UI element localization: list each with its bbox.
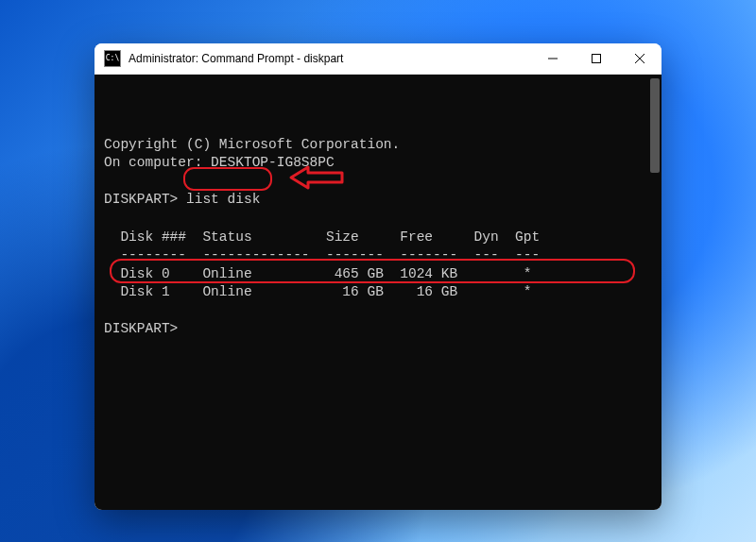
scrollbar[interactable] xyxy=(650,78,660,506)
terminal-output: Copyright (C) Microsoft Corporation. On … xyxy=(104,117,662,449)
blank-line xyxy=(104,174,112,189)
terminal-area[interactable]: Copyright (C) Microsoft Corporation. On … xyxy=(94,75,662,510)
copyright-line: Copyright (C) Microsoft Corporation. xyxy=(104,137,400,152)
titlebar[interactable]: C:\ Administrator: Command Prompt - disk… xyxy=(94,43,662,75)
annotation-command-circle xyxy=(183,167,272,191)
table-row: Disk 0 Online 465 GB 1024 KB * xyxy=(104,266,531,281)
scrollbar-thumb[interactable] xyxy=(650,78,660,173)
window-controls xyxy=(531,43,662,74)
entered-command: list disk xyxy=(186,192,260,207)
table-row: Disk 1 Online 16 GB 16 GB * xyxy=(104,284,531,299)
blank-line xyxy=(104,303,112,318)
minimize-button[interactable] xyxy=(531,43,575,74)
blank-line xyxy=(104,211,112,226)
table-header: Disk ### Status Size Free Dyn Gpt xyxy=(104,229,540,245)
command-prompt-window: C:\ Administrator: Command Prompt - disk… xyxy=(94,43,662,510)
computer-line: On computer: DESKTOP-IG8S8PC xyxy=(104,155,335,170)
close-button[interactable] xyxy=(618,43,662,74)
window-title: Administrator: Command Prompt - diskpart xyxy=(129,52,531,65)
prompt-line-1: DISKPART> list disk xyxy=(104,192,260,207)
prompt-prefix: DISKPART> xyxy=(104,192,186,207)
cmd-icon: C:\ xyxy=(104,50,121,67)
table-divider: -------- ------------- ------- ------- -… xyxy=(104,247,540,263)
prompt-line-2: DISKPART> xyxy=(104,321,178,336)
svg-rect-1 xyxy=(593,55,601,63)
maximize-button[interactable] xyxy=(575,43,618,74)
